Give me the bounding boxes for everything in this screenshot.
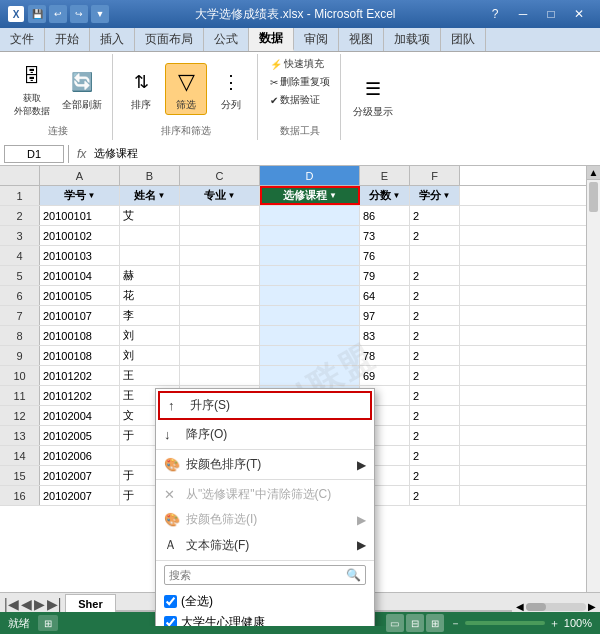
cell-a5[interactable]: 20100104: [40, 266, 120, 285]
refresh-all-button[interactable]: 🔄 全部刷新: [58, 64, 106, 114]
cell-reference-input[interactable]: [4, 145, 64, 163]
cell-c1[interactable]: 专业 ▼: [180, 186, 260, 205]
help-button[interactable]: ?: [482, 3, 508, 25]
cell-a16[interactable]: 20102007: [40, 486, 120, 505]
cell-f1[interactable]: 学分 ▼: [410, 186, 460, 205]
cell-c3[interactable]: [180, 226, 260, 245]
cell-d5[interactable]: [260, 266, 360, 285]
vertical-scrollbar[interactable]: ▲ ▼: [586, 166, 600, 626]
tab-data[interactable]: 数据: [249, 28, 294, 51]
cell-a15[interactable]: 20102007: [40, 466, 120, 485]
more-icon[interactable]: ▼: [91, 5, 109, 23]
cell-a1[interactable]: 学号 ▼: [40, 186, 120, 205]
search-input[interactable]: [169, 569, 346, 581]
prev-sheet-btn[interactable]: ◀: [21, 596, 32, 612]
cell-e8[interactable]: 83: [360, 326, 410, 345]
cell-b4[interactable]: [120, 246, 180, 265]
cell-c7[interactable]: [180, 306, 260, 325]
cell-d9[interactable]: [260, 346, 360, 365]
cell-f16[interactable]: 2: [410, 486, 460, 505]
tab-addins[interactable]: 加载项: [384, 28, 441, 51]
zoom-minus[interactable]: －: [450, 616, 461, 631]
cell-e3[interactable]: 73: [360, 226, 410, 245]
save-icon[interactable]: 💾: [28, 5, 46, 23]
next-sheet-btn[interactable]: ▶: [34, 596, 45, 612]
cell-e4[interactable]: 76: [360, 246, 410, 265]
cell-e10[interactable]: 69: [360, 366, 410, 385]
cell-d6[interactable]: [260, 286, 360, 305]
cell-d4[interactable]: [260, 246, 360, 265]
scroll-up-btn[interactable]: ▲: [587, 166, 600, 180]
tab-review[interactable]: 审阅: [294, 28, 339, 51]
tab-file[interactable]: 文件: [0, 28, 45, 51]
text-filter-item[interactable]: Ａ 文本筛选(F) ▶: [156, 532, 374, 558]
split-button[interactable]: ⋮ 分列: [211, 64, 251, 114]
cell-d7[interactable]: [260, 306, 360, 325]
cell-a3[interactable]: 20100102: [40, 226, 120, 245]
cell-f6[interactable]: 2: [410, 286, 460, 305]
cell-a10[interactable]: 20101202: [40, 366, 120, 385]
cell-a8[interactable]: 20100108: [40, 326, 120, 345]
zoom-slider[interactable]: [465, 621, 545, 625]
cell-b10[interactable]: 王: [120, 366, 180, 385]
cell-b8[interactable]: 刘: [120, 326, 180, 345]
first-sheet-btn[interactable]: |◀: [4, 596, 19, 612]
sheet-tab-sher[interactable]: Sher: [65, 594, 115, 612]
cell-d3[interactable]: [260, 226, 360, 245]
tab-insert[interactable]: 插入: [90, 28, 135, 51]
col-header-d[interactable]: D: [260, 166, 360, 185]
hscroll-left[interactable]: ◀: [516, 601, 524, 612]
layout-view-btn[interactable]: ⊟: [406, 614, 424, 632]
col-header-a[interactable]: A: [40, 166, 120, 185]
sort-ascending-item[interactable]: ↑ 升序(S): [158, 391, 372, 420]
cell-e9[interactable]: 78: [360, 346, 410, 365]
cell-e2[interactable]: 86: [360, 206, 410, 225]
window-controls[interactable]: ? ─ □ ✕: [482, 3, 592, 25]
zoom-plus[interactable]: ＋: [549, 616, 560, 631]
cell-e6[interactable]: 64: [360, 286, 410, 305]
cell-f14[interactable]: 2: [410, 446, 460, 465]
scroll-thumb[interactable]: [589, 182, 598, 212]
tab-team[interactable]: 团队: [441, 28, 486, 51]
cell-c2[interactable]: [180, 206, 260, 225]
cell-f8[interactable]: 2: [410, 326, 460, 345]
clear-filter-item[interactable]: ✕ 从"选修课程"中清除筛选(C): [156, 482, 374, 507]
horizontal-scrollbar[interactable]: ◀ ▶: [512, 601, 600, 612]
tab-formula[interactable]: 公式: [204, 28, 249, 51]
tab-home[interactable]: 开始: [45, 28, 90, 51]
cell-c8[interactable]: [180, 326, 260, 345]
get-external-data-button[interactable]: 🗄 获取外部数据: [10, 58, 54, 120]
sort-by-color-item[interactable]: 🎨 按颜色排序(T) ▶: [156, 452, 374, 477]
page-break-view-btn[interactable]: ⊞: [426, 614, 444, 632]
cell-f3[interactable]: 2: [410, 226, 460, 245]
cell-a4[interactable]: 20100103: [40, 246, 120, 265]
hscroll-thumb[interactable]: [526, 603, 546, 611]
cell-f11[interactable]: 2: [410, 386, 460, 405]
cell-c6[interactable]: [180, 286, 260, 305]
cell-b5[interactable]: 赫: [120, 266, 180, 285]
close-button[interactable]: ✕: [566, 3, 592, 25]
cell-a7[interactable]: 20100107: [40, 306, 120, 325]
cell-e7[interactable]: 97: [360, 306, 410, 325]
cell-f12[interactable]: 2: [410, 406, 460, 425]
cell-e1[interactable]: 分数 ▼: [360, 186, 410, 205]
validation-button[interactable]: ✔ 数据验证: [266, 92, 324, 108]
cell-f10[interactable]: 2: [410, 366, 460, 385]
cell-c9[interactable]: [180, 346, 260, 365]
cell-f7[interactable]: 2: [410, 306, 460, 325]
cell-a6[interactable]: 20100105: [40, 286, 120, 305]
cell-b1[interactable]: 姓名 ▼: [120, 186, 180, 205]
cell-c5[interactable]: [180, 266, 260, 285]
tab-pagelayout[interactable]: 页面布局: [135, 28, 204, 51]
checkbox-all-item[interactable]: (全选): [164, 591, 366, 612]
cell-c4[interactable]: [180, 246, 260, 265]
hscroll-right[interactable]: ▶: [588, 601, 596, 612]
cell-f13[interactable]: 2: [410, 426, 460, 445]
remove-dup-button[interactable]: ✂ 删除重复项: [266, 74, 334, 90]
cell-a13[interactable]: 20102005: [40, 426, 120, 445]
checkbox-item-0[interactable]: 大学生心理健康: [164, 612, 366, 626]
cell-e5[interactable]: 79: [360, 266, 410, 285]
cell-d2[interactable]: [260, 206, 360, 225]
cell-b2[interactable]: 艾: [120, 206, 180, 225]
formula-input[interactable]: [94, 145, 596, 163]
